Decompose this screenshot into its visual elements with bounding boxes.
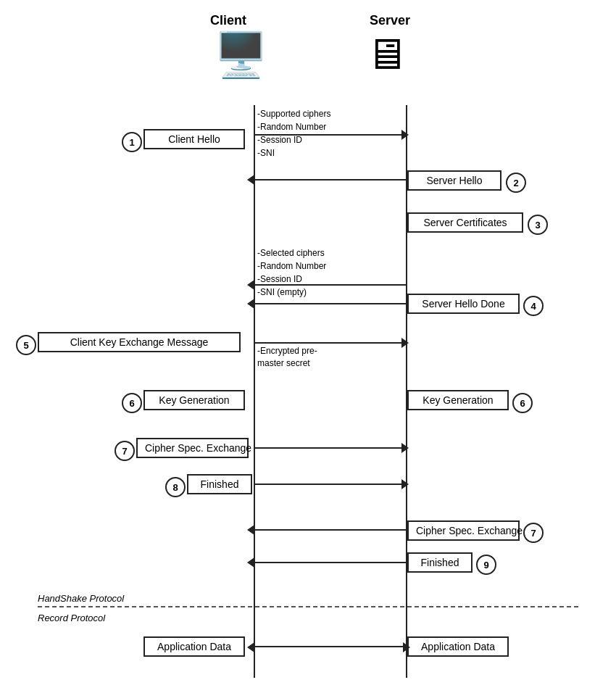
- arrow-server-certs-head: [247, 280, 254, 290]
- dashed-separator: [38, 606, 578, 607]
- client-key-exchange-box: Client Key Exchange Message: [38, 332, 241, 352]
- cipher-exchange-client-box: Cipher Spec. Exchange: [136, 438, 249, 458]
- step-1-circle: 1: [122, 132, 142, 152]
- step-6a-circle: 6: [122, 393, 142, 413]
- arrow-cipher-client: [254, 447, 404, 449]
- arrow-cipher-client-head: [401, 443, 409, 453]
- server-hello-done-box: Server Hello Done: [407, 294, 520, 314]
- client-hello-annotation: -Supported ciphers -Random Number -Sessi…: [257, 107, 330, 159]
- app-data-server-box: Application Data: [407, 636, 509, 657]
- step-7b-circle: 7: [523, 523, 544, 543]
- arrow-cipher-server-head: [247, 525, 254, 535]
- arrow-server-hello: [254, 179, 406, 180]
- arrow-client-key-head: [401, 338, 409, 348]
- arrow-finished-client-head: [401, 479, 409, 489]
- finished-server-box: Finished: [407, 552, 473, 573]
- client-hello-box: Client Hello: [143, 129, 245, 149]
- arrow-finished-client: [254, 484, 404, 485]
- client-icon: 🖥️: [214, 29, 268, 80]
- server-hello-box: Server Hello: [407, 170, 501, 191]
- arrow-finished-server: [254, 562, 406, 563]
- step-9-circle: 9: [476, 555, 496, 575]
- client-header: Client: [210, 13, 246, 28]
- arrow-client-key: [254, 342, 404, 344]
- step-6b-circle: 6: [512, 393, 533, 413]
- arrow-app-data-line: [254, 646, 406, 647]
- key-gen-client-box: Key Generation: [143, 390, 245, 410]
- arrow-server-done: [254, 303, 406, 304]
- tls-handshake-diagram: Client Server 🖥️ 🖥 1 Client Hello -Suppo…: [0, 0, 616, 693]
- arrow-server-certs: [254, 284, 406, 286]
- step-8-circle: 8: [165, 477, 186, 497]
- server-header: Server: [370, 13, 410, 28]
- server-icon: 🖥: [365, 29, 408, 79]
- server-certs-box: Server Certificates: [407, 212, 523, 233]
- server-certs-annotation: -Selected ciphers -Random Number -Sessio…: [257, 246, 326, 299]
- step-3-circle: 3: [528, 215, 548, 235]
- step-5-circle: 5: [16, 335, 36, 355]
- arrow-app-data-left-head: [247, 642, 254, 652]
- app-data-client-box: Application Data: [143, 636, 245, 657]
- record-protocol-label: Record Protocol: [38, 613, 105, 623]
- step-2-circle: 2: [506, 173, 526, 193]
- handshake-protocol-label: HandShake Protocol: [38, 593, 124, 604]
- arrow-client-hello-head: [401, 130, 409, 140]
- key-gen-server-box: Key Generation: [407, 390, 509, 410]
- arrow-app-data-right-head: [403, 642, 410, 652]
- arrow-cipher-server: [254, 529, 406, 531]
- step-4-circle: 4: [523, 296, 544, 316]
- client-timeline: [254, 105, 255, 678]
- encrypted-annotation: -Encrypted pre- master secret: [257, 345, 317, 370]
- step-7a-circle: 7: [115, 441, 135, 461]
- arrow-server-hello-head: [247, 175, 254, 185]
- finished-client-box: Finished: [187, 474, 252, 494]
- cipher-exchange-server-box: Cipher Spec. Exchange: [407, 520, 520, 541]
- arrow-server-done-head: [247, 299, 254, 309]
- arrow-finished-server-head: [247, 557, 254, 568]
